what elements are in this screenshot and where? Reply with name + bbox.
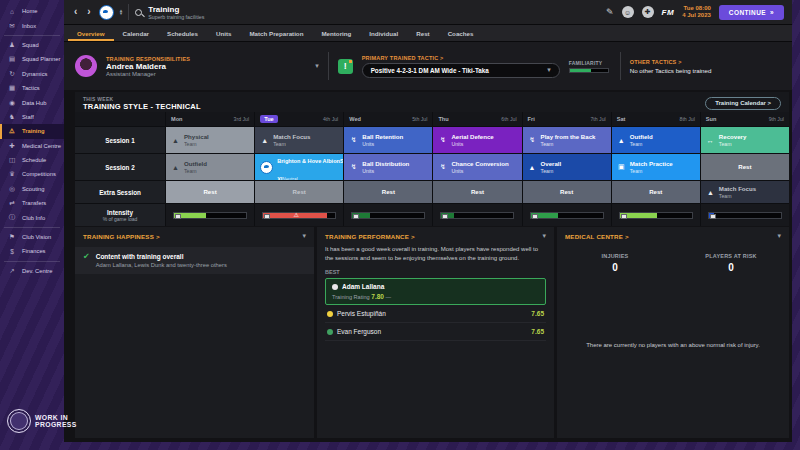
cone-icon: ▲ <box>706 189 715 196</box>
tab-match-preparation[interactable]: Match Preparation <box>240 25 312 41</box>
dev-centre-icon: ↗ <box>7 267 17 275</box>
primary-tactic-label[interactable]: PRIMARY TRAINED TACTIC > <box>362 55 560 61</box>
medical-header[interactable]: MEDICAL CENTRE > <box>565 233 629 240</box>
rest-cell[interactable]: Rest <box>255 181 343 203</box>
player-row[interactable]: Evan Ferguson 7.65 <box>325 323 546 341</box>
tab-overview[interactable]: Overview <box>68 25 114 41</box>
training-calendar-button[interactable]: Training Calendar > <box>705 97 781 110</box>
tab-individual[interactable]: Individual <box>360 25 407 41</box>
rest-cell[interactable]: Rest <box>612 181 700 203</box>
edit-icon[interactable]: ✎ <box>606 7 614 17</box>
intensity-cell[interactable] <box>344 204 432 226</box>
training-happiness-panel: TRAINING HAPPINESS > ▾ ✔ Content with tr… <box>75 227 314 438</box>
training-rating: 7.65 <box>531 310 544 317</box>
page-title: Training Superb training facilities <box>148 5 204 20</box>
intensity-cell[interactable] <box>612 204 700 226</box>
intensity-bar <box>351 212 425 219</box>
sidebar-item-club-vision[interactable]: ⚑Club Vision <box>0 230 64 244</box>
sidebar-item-training[interactable]: ⚠Training <box>0 124 64 138</box>
tab-calendar[interactable]: Calendar <box>114 25 158 41</box>
happiness-item[interactable]: ✔ Content with training overall Adam Lal… <box>75 247 314 274</box>
sidebar-item-data-hub[interactable]: ◉Data Hub <box>0 95 64 109</box>
continue-button[interactable]: CONTINUE » <box>719 5 784 20</box>
medical-note: There are currently no players with an a… <box>557 341 789 349</box>
player-name: Pervis Estupiñán <box>337 310 386 317</box>
rest-cell[interactable]: Rest <box>344 181 432 203</box>
club-crest-icon[interactable] <box>99 5 114 20</box>
session-cell[interactable]: ▲OutfieldTeam <box>166 154 254 180</box>
chevron-down-icon[interactable]: ▾ <box>777 232 781 240</box>
club-info-icon: ⓘ <box>7 213 17 222</box>
sidebar-item-inbox[interactable]: ✉Inbox <box>0 18 64 32</box>
rest-cell[interactable]: Rest <box>523 181 611 203</box>
session-cell[interactable]: ▲Match FocusTeam <box>701 181 789 203</box>
sidebar-item-squad[interactable]: ♟Squad <box>0 38 64 52</box>
medical-icon: ✚ <box>7 142 17 150</box>
search-icon[interactable] <box>135 9 142 16</box>
rest-cell[interactable]: Rest <box>701 154 789 180</box>
sidebar-item-schedule[interactable]: ◫Schedule <box>0 153 64 167</box>
sidebar-item-club-info[interactable]: ⓘClub Info <box>0 210 64 224</box>
best-player-card[interactable]: Adam Lallana Training Rating 7.80 — <box>325 278 546 305</box>
lightning-icon: ↯ <box>438 136 447 144</box>
session-cell[interactable]: ↯Ball DistributionUnits <box>344 154 432 180</box>
chevron-down-icon[interactable]: ▾ <box>315 62 319 70</box>
intensity-cell[interactable] <box>166 204 254 226</box>
tab-coaches[interactable]: Coaches <box>439 25 483 41</box>
sidebar-item-competitions[interactable]: ♛Competitions <box>0 167 64 181</box>
staff-role: Assistant Manager <box>106 71 190 77</box>
other-tactics-label[interactable]: OTHER TACTICS > <box>630 59 712 65</box>
flag-icon <box>332 284 338 290</box>
session-cell[interactable]: ▲Match FocusTeam <box>255 127 343 153</box>
staff-name[interactable]: Andrea Maldera <box>106 62 190 71</box>
manager-profile-icon[interactable]: ☺ <box>622 6 634 18</box>
chevron-down-icon[interactable]: ▾ <box>302 232 306 240</box>
collapse-chevrons-icon[interactable]: ▴▾ <box>120 9 123 15</box>
happiness-header[interactable]: TRAINING HAPPINESS > <box>83 233 160 240</box>
lightning-icon: ↯ <box>349 136 358 144</box>
tab-rest[interactable]: Rest <box>407 25 438 41</box>
back-button[interactable]: ‹ <box>72 7 79 17</box>
fm-logo: FM <box>662 8 675 17</box>
thumbs-up-icon: ✔ <box>83 253 90 261</box>
performance-header[interactable]: TRAINING PERFORMANCE > <box>325 233 415 240</box>
transfers-icon: ⇄ <box>7 199 17 207</box>
lightning-icon: ↯ <box>438 163 447 171</box>
sidebar-item-transfers[interactable]: ⇄Transfers <box>0 196 64 210</box>
sidebar-item-dynamics[interactable]: ↻Dynamics <box>0 67 64 81</box>
sidebar-item-finances[interactable]: $Finances <box>0 244 64 258</box>
sidebar-item-squad-planner[interactable]: ▤Squad Planner <box>0 52 64 66</box>
session-cell[interactable]: ↯Play from the BackTeam <box>523 127 611 153</box>
session-cell[interactable]: ↯Aerial DefenceUnits <box>433 127 521 153</box>
tab-units[interactable]: Units <box>207 25 240 41</box>
rest-cell[interactable]: Rest <box>166 181 254 203</box>
chevron-down-icon[interactable]: ▾ <box>542 232 546 240</box>
session-cell[interactable]: ▲OutfieldTeam <box>612 127 700 153</box>
sidebar-item-medical-centre[interactable]: ✚Medical Centre <box>0 139 64 153</box>
forward-button[interactable]: › <box>85 7 92 17</box>
sidebar-item-tactics[interactable]: ▦Tactics <box>0 81 64 95</box>
sidebar-item-dev-centre[interactable]: ↗Dev. Centre <box>0 264 64 278</box>
sidebar-item-scouting[interactable]: ◎Scouting <box>0 182 64 196</box>
match-cell[interactable]: Brighton & Hove AlbionSecond XINeutral <box>255 154 343 180</box>
intensity-cell[interactable] <box>701 204 789 226</box>
intensity-cell[interactable]: ⚠ <box>255 204 343 226</box>
session-cell[interactable]: ▣Match PracticeTeam <box>612 154 700 180</box>
session-cell[interactable]: ▲OverallTeam <box>523 154 611 180</box>
tab-schedules[interactable]: Schedules <box>158 25 207 41</box>
club-kit-icon[interactable]: ✚ <box>642 6 654 18</box>
sidebar-item-staff[interactable]: ♞Staff <box>0 110 64 124</box>
intensity-cell[interactable] <box>523 204 611 226</box>
session-cell[interactable]: ↯Chance ConversionUnits <box>433 154 521 180</box>
primary-tactic-select[interactable]: Positive 4-2-3-1 DM AM Wide - Tiki-Taka … <box>362 63 560 78</box>
tab-mentoring[interactable]: Mentoring <box>312 25 360 41</box>
sidebar-item-home[interactable]: ⌂Home <box>0 4 64 18</box>
session-cell[interactable]: ▲PhysicalTeam <box>166 127 254 153</box>
session-cell[interactable]: ↔RecoveryTeam <box>701 127 789 153</box>
day-header-sun: Sun9th Jul <box>701 112 789 126</box>
intensity-cell[interactable] <box>433 204 521 226</box>
rest-cell[interactable]: Rest <box>433 181 521 203</box>
player-row[interactable]: Pervis Estupiñán 7.65 <box>325 305 546 323</box>
session-cell[interactable]: ↯Ball RetentionUnits <box>344 127 432 153</box>
staff-avatar[interactable] <box>75 55 97 77</box>
